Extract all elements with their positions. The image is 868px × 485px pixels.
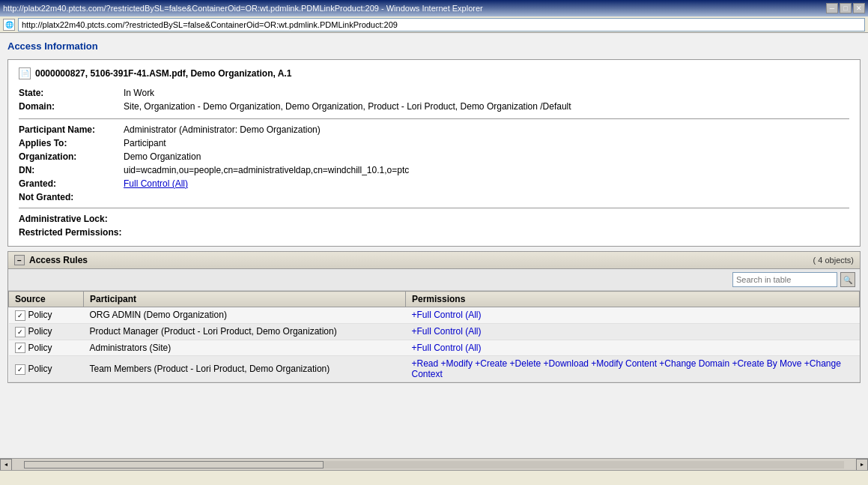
scrollbar[interactable]: ◂ ▸ bbox=[0, 458, 868, 470]
access-rules-header: − Access Rules ( 4 objects) bbox=[8, 252, 860, 269]
scroll-track bbox=[24, 461, 844, 469]
divider-2 bbox=[19, 208, 849, 208]
participant-name-value: Administrator (Administrator: Demo Organ… bbox=[124, 124, 849, 136]
col-participant: Participant bbox=[84, 292, 406, 307]
window-title: http://platx22m40.ptcts.com/?restrictedB… bbox=[3, 4, 826, 13]
document-icon: 📄 bbox=[19, 67, 31, 79]
access-rules-table: Source Participant Permissions ✓PolicyOR… bbox=[8, 291, 860, 382]
state-value: In Work bbox=[124, 87, 849, 99]
cell-source: ✓Policy bbox=[9, 323, 84, 340]
table-row: ✓PolicyProduct Manager (Product - Lori P… bbox=[9, 323, 860, 340]
access-rules-label: Access Rules bbox=[29, 255, 88, 265]
address-input[interactable] bbox=[18, 18, 865, 31]
not-granted-label: Not Granted: bbox=[19, 191, 124, 203]
close-button[interactable]: ✕ bbox=[853, 3, 865, 13]
cell-participant: Team Members (Product - Lori Product, De… bbox=[84, 356, 406, 382]
divider-1 bbox=[19, 118, 849, 119]
applies-to-value: Participant bbox=[124, 137, 849, 149]
search-input[interactable] bbox=[732, 272, 837, 287]
cell-participant: Product Manager (Product - Lori Product,… bbox=[84, 323, 406, 340]
main-content: Access Information 📄 0000000827, 5106-39… bbox=[0, 33, 868, 470]
cell-participant: ORG ADMIN (Demo Organization) bbox=[84, 307, 406, 324]
granted-value: Full Control (All) bbox=[124, 178, 849, 190]
admin-lock-value bbox=[124, 213, 849, 225]
cell-participant: Administrators (Site) bbox=[84, 340, 406, 356]
restricted-value bbox=[124, 226, 849, 238]
granted-label: Granted: bbox=[19, 178, 124, 190]
col-permissions: Permissions bbox=[406, 292, 860, 307]
dn-label: DN: bbox=[19, 164, 124, 176]
organization-value: Demo Organization bbox=[124, 151, 849, 163]
row-checkbox-icon: ✓ bbox=[15, 343, 25, 353]
participant-name-label: Participant Name: bbox=[19, 124, 124, 136]
cell-permissions: +Full Control (All) bbox=[406, 323, 860, 340]
cell-source: ✓Policy bbox=[9, 307, 84, 324]
organization-label: Organization: bbox=[19, 151, 124, 163]
table-header-row: Source Participant Permissions bbox=[9, 292, 860, 307]
row-checkbox-icon: ✓ bbox=[15, 310, 25, 321]
admin-grid: Administrative Lock: Restricted Permissi… bbox=[19, 213, 849, 238]
source-text: Policy bbox=[28, 310, 52, 320]
applies-to-label: Applies To: bbox=[19, 137, 124, 149]
state-domain-grid: State: In Work Domain: Site, Organizatio… bbox=[19, 87, 849, 112]
scroll-left-button[interactable]: ◂ bbox=[0, 459, 12, 471]
objects-count: ( 4 objects) bbox=[813, 256, 854, 265]
doc-header: 📄 0000000827, 5106-391F-41.ASM.pdf, Demo… bbox=[19, 67, 849, 79]
table-row: ✓PolicyORG ADMIN (Demo Organization)+Ful… bbox=[9, 307, 860, 324]
admin-lock-label: Administrative Lock: bbox=[19, 213, 124, 225]
source-text: Policy bbox=[28, 364, 52, 374]
table-row: ✓PolicyAdministrators (Site)+Full Contro… bbox=[9, 340, 860, 356]
page-title: Access Information bbox=[7, 40, 861, 52]
window-controls: ─ □ ✕ bbox=[826, 3, 865, 13]
cell-permissions: +Read +Modify +Create +Delete +Download … bbox=[406, 356, 860, 382]
page-icon: 🌐 bbox=[3, 19, 15, 31]
collapse-button[interactable]: − bbox=[14, 255, 25, 265]
doc-title: 0000000827, 5106-391F-41.ASM.pdf, Demo O… bbox=[35, 68, 291, 79]
access-rules-section: − Access Rules ( 4 objects) 🔍 Source Par… bbox=[7, 251, 861, 383]
col-source: Source bbox=[9, 292, 84, 307]
search-bar: 🔍 bbox=[8, 269, 860, 291]
scroll-thumb[interactable] bbox=[24, 461, 324, 469]
cell-permissions: +Full Control (All) bbox=[406, 307, 860, 324]
source-text: Policy bbox=[28, 343, 52, 353]
cell-source: ✓Policy bbox=[9, 356, 84, 382]
info-panel: 📄 0000000827, 5106-391F-41.ASM.pdf, Demo… bbox=[7, 59, 861, 247]
access-rules-title: − Access Rules bbox=[14, 255, 88, 265]
address-bar: 🌐 bbox=[0, 16, 868, 33]
restore-button[interactable]: □ bbox=[840, 3, 852, 13]
source-text: Policy bbox=[28, 326, 52, 337]
domain-label: Domain: bbox=[19, 100, 124, 112]
title-bar: http://platx22m40.ptcts.com/?restrictedB… bbox=[0, 0, 868, 16]
cell-permissions: +Full Control (All) bbox=[406, 340, 860, 356]
table-row: ✓PolicyTeam Members (Product - Lori Prod… bbox=[9, 356, 860, 382]
cell-source: ✓Policy bbox=[9, 340, 84, 356]
dn-value: uid=wcadmin,ou=people,cn=administrativel… bbox=[124, 164, 849, 176]
state-label: State: bbox=[19, 87, 124, 99]
minimize-button[interactable]: ─ bbox=[826, 3, 838, 13]
scroll-right-button[interactable]: ▸ bbox=[856, 459, 868, 471]
row-checkbox-icon: ✓ bbox=[15, 364, 25, 375]
domain-value: Site, Organization - Demo Organization, … bbox=[124, 100, 849, 112]
participant-grid: Participant Name: Administrator (Adminis… bbox=[19, 124, 849, 203]
not-granted-value bbox=[124, 191, 849, 203]
restricted-label: Restricted Permissions: bbox=[19, 226, 124, 238]
row-checkbox-icon: ✓ bbox=[15, 327, 25, 337]
search-button[interactable]: 🔍 bbox=[840, 272, 855, 287]
status-bar bbox=[0, 470, 868, 485]
